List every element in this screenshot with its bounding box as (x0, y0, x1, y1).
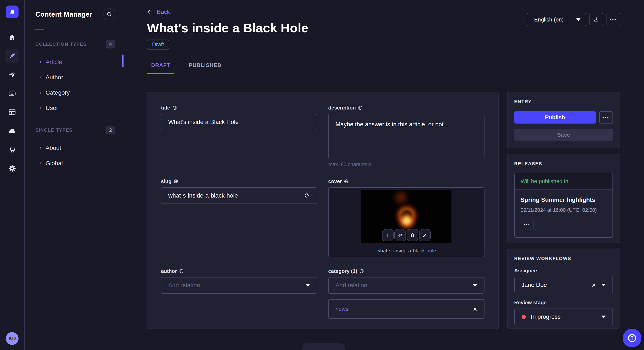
regenerate-slug-button[interactable] (304, 192, 310, 199)
stage-value: In progress (531, 313, 561, 320)
release-card: Will be published in Spring Summer highl… (514, 173, 613, 238)
collection-types-list: Article Author Category User (35, 54, 115, 116)
field-description: description Maybe the answer is in this … (328, 105, 484, 167)
assignee-value: Jane Doe (522, 282, 547, 288)
layout-icon (8, 108, 16, 116)
release-more-button[interactable]: ••• (521, 219, 534, 231)
review-workflows-panel: REVIEW WORKFLOWS Assignee Jane Doe × Rev… (507, 249, 620, 329)
tab-published[interactable]: PUBLISHED (185, 62, 226, 74)
header-more-button[interactable]: ••• (606, 13, 620, 26)
sidebar-item-label: Global (46, 160, 63, 167)
description-textarea[interactable]: Maybe the answer is in this article, or … (328, 114, 484, 159)
chevron-down-icon (576, 18, 580, 21)
export-button[interactable] (590, 13, 603, 26)
slug-input[interactable]: what-s-inside-a-black-hole (161, 187, 317, 204)
bullet-icon (40, 107, 41, 109)
rail-item-marketplace[interactable] (5, 143, 20, 157)
cover-copy-link-button[interactable] (394, 229, 406, 241)
back-link[interactable]: Back (147, 8, 170, 15)
entry-panel-title: ENTRY (514, 99, 613, 104)
category-relation-combobox[interactable]: Add relation (328, 277, 484, 294)
cover-edit-button[interactable] (419, 229, 430, 241)
tab-draft[interactable]: DRAFT (147, 62, 174, 74)
slug-input-value: what-s-inside-a-black-hole (168, 192, 238, 199)
feather-icon (8, 52, 16, 60)
search-button[interactable] (104, 8, 115, 20)
title-input[interactable]: What's inside a Black Hole (161, 114, 317, 130)
sidebar-item-global[interactable]: Global (35, 156, 115, 171)
rail-item-content-type-builder[interactable] (5, 105, 20, 120)
slug-field-label: slug (161, 178, 172, 184)
review-panel-title: REVIEW WORKFLOWS (514, 256, 613, 261)
field-author: author Add relation (161, 268, 317, 319)
category-placeholder: Add relation (336, 282, 367, 289)
back-label: Back (157, 8, 170, 15)
review-stage-combobox[interactable]: In progress (514, 309, 613, 325)
entry-more-button[interactable]: ••• (599, 111, 613, 124)
strapi-logo-icon (8, 8, 16, 15)
clear-assignee-button[interactable]: × (592, 281, 596, 289)
author-field-label: author (161, 268, 177, 274)
chevron-down-icon (602, 316, 606, 318)
release-name: Spring Summer highlights (521, 196, 606, 203)
rail-item-home[interactable] (5, 30, 20, 45)
description-field-label: description (328, 105, 356, 111)
sidebar-item-about[interactable]: About (35, 140, 115, 156)
collection-types-count: 4 (106, 40, 115, 48)
cloud-icon (8, 127, 16, 135)
publish-button[interactable]: Publish (514, 111, 596, 124)
locale-select-value: English (en) (534, 16, 564, 23)
chevron-down-icon (602, 284, 606, 286)
sidebar-item-user[interactable]: User (35, 100, 115, 116)
description-value: Maybe the answer is in this article, or … (336, 121, 448, 128)
cover-field-label: cover (328, 178, 342, 184)
locale-select[interactable]: English (en) (527, 13, 586, 26)
main-content: Back What's inside a Black Hole Draft En… (124, 0, 644, 350)
sidebar-divider (35, 29, 44, 30)
sidebar-item-article[interactable]: Article (35, 54, 115, 70)
rail-item-cloud[interactable] (5, 124, 20, 138)
cover-add-button[interactable]: + (382, 229, 394, 241)
single-types-label: SINGLE TYPES (35, 127, 72, 133)
bullet-icon (40, 92, 41, 94)
single-types-count: 2 (106, 126, 115, 134)
user-avatar[interactable]: KD (6, 332, 18, 345)
cover-delete-button[interactable] (407, 229, 418, 241)
rail-divider (0, 24, 24, 24)
author-relation-combobox[interactable]: Add relation (161, 277, 317, 294)
rail-nav (5, 30, 20, 176)
version-tabs: DRAFT PUBLISHED (147, 62, 620, 74)
arrow-left-icon (147, 9, 153, 15)
stage-status-dot (522, 315, 526, 319)
help-button[interactable]: ? (623, 329, 642, 348)
cover-media-card: + (328, 187, 484, 257)
rail-item-content-manager[interactable] (5, 49, 20, 63)
sidebar-item-label: User (46, 105, 58, 111)
entry-panel: ENTRY Publish ••• Save (507, 92, 620, 148)
rail-item-settings[interactable] (5, 161, 20, 176)
relation-link-news[interactable]: news (336, 306, 348, 312)
right-panel: ENTRY Publish ••• Save RELEASES Will be … (507, 92, 620, 329)
refresh-icon (304, 192, 310, 199)
remove-relation-button[interactable]: × (473, 305, 477, 313)
save-button[interactable]: Save (514, 129, 613, 141)
cart-icon (8, 146, 16, 154)
app-window: KD Content Manager COLLECTION TYPES 4 Ar… (0, 0, 644, 350)
sidebar-item-category[interactable]: Category (35, 85, 115, 100)
ellipsis-icon: ••• (603, 115, 610, 120)
status-badge: Draft (147, 39, 169, 49)
collapsed-component-peek[interactable] (302, 343, 345, 350)
pencil-icon (422, 232, 428, 238)
sidebar-item-author[interactable]: Author (35, 70, 115, 85)
rail-item-media-library[interactable] (5, 86, 20, 101)
black-hole-ring (394, 202, 420, 232)
release-date: 09/11/2024 at 16:00 (UTC+02:00) (521, 207, 606, 213)
assignee-combobox[interactable]: Jane Doe × (514, 277, 613, 293)
rail-item-releases[interactable] (5, 68, 20, 82)
sidebar-title: Content Manager (35, 10, 92, 18)
single-types-list: About Global (35, 140, 115, 171)
cover-caption: what-s-inside-a-black-hole (376, 248, 436, 254)
strapi-logo[interactable] (6, 5, 18, 18)
sidebar-item-label: About (46, 145, 61, 151)
content-manager-sidebar: Content Manager COLLECTION TYPES 4 Artic… (25, 0, 123, 350)
